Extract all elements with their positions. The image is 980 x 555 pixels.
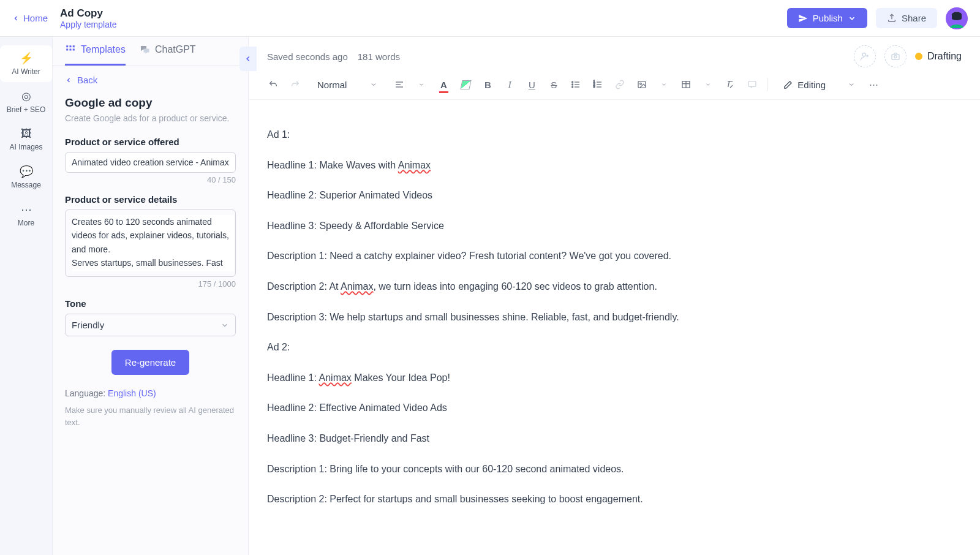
upload-icon [887,13,897,23]
doc-line[interactable]: Headline 1: Animax Makes Your Idea Pop! [267,370,806,386]
image-dropdown[interactable] [654,75,674,94]
share-label: Share [902,13,926,23]
clear-format-icon [725,80,735,89]
doc-line[interactable]: Ad 1: [267,127,806,143]
document-body[interactable]: Ad 1:Headline 1: Make Waves with AnimaxH… [249,100,980,555]
spellcheck-squiggle[interactable]: Animax [341,281,373,292]
doc-line[interactable]: Headline 1: Make Waves with Animax [267,157,806,173]
table-button[interactable] [676,75,696,94]
comment-button[interactable] [742,75,762,94]
rail-item-message[interactable]: 💬 Message [0,159,52,195]
language-link[interactable]: English (US) [108,388,156,398]
template-title: Google ad copy [65,96,236,110]
tab-templates[interactable]: Templates [65,44,126,66]
paragraph-style-select[interactable]: Normal [311,76,383,94]
rail-label: Brief + SEO [7,105,46,114]
undo-button[interactable] [263,75,283,94]
home-label: Home [23,13,48,23]
tab-label: ChatGPT [155,44,196,55]
chevron-down-icon [661,81,667,88]
main-layout: ⚡ AI Writer ◎ Brief + SEO 🖼 AI Images 💬 … [0,37,980,555]
add-collaborator-button[interactable] [854,45,876,67]
doc-line[interactable]: Description 1: Bring life to your concep… [267,461,806,477]
align-dropdown[interactable] [412,75,431,94]
style-label: Normal [317,80,347,90]
apply-template-link[interactable]: Apply template [60,20,117,29]
rail-item-ai-writer[interactable]: ⚡ AI Writer [0,45,52,82]
top-left: Home Ad Copy Apply template [12,7,117,29]
spellcheck-squiggle[interactable]: Animax [398,160,431,170]
send-icon [798,13,808,23]
undo-icon [268,80,278,89]
chevron-left-icon [244,55,252,63]
top-header: Home Ad Copy Apply template Publish Shar… [0,0,980,37]
regenerate-button[interactable]: Re-generate [111,350,189,375]
doc-line[interactable]: Ad 2: [267,339,806,355]
rail-item-more[interactable]: ⋯ More [0,197,52,233]
bullet-list-button[interactable] [566,75,586,94]
underline-button[interactable]: U [522,75,541,94]
chevron-left-icon [65,77,72,84]
editing-mode-select[interactable]: Editing [777,76,861,94]
editor-area: Saved seconds ago 181 words Drafting [249,37,980,555]
editor-toolbar: Normal A B I U S 123 Editing [249,70,980,100]
doc-line[interactable]: Headline 3: Speedy & Affordable Service [267,218,806,234]
svg-point-9 [862,53,865,56]
collapse-panel-button[interactable] [239,47,257,71]
presence-button[interactable] [884,45,907,67]
text-color-button[interactable]: A [434,75,453,94]
bold-button[interactable]: B [478,75,497,94]
numbered-list-button[interactable]: 123 [588,75,608,94]
doc-line[interactable]: Description 2: At Animax, we turn ideas … [267,279,806,295]
back-button[interactable]: Back [65,75,236,85]
product-label: Product or service offered [65,137,236,147]
svg-point-21 [572,86,573,88]
redo-button[interactable] [285,75,305,94]
publish-button[interactable]: Publish [787,8,867,28]
more-toolbar-button[interactable]: ⋯ [864,75,883,94]
template-body: Back Google ad copy Create Google ads fo… [53,66,248,437]
strikethrough-button[interactable]: S [544,75,564,94]
product-counter: 40 / 150 [65,175,236,184]
svg-point-13 [894,56,897,58]
chat-bubbles-icon [139,44,150,55]
doc-line[interactable]: Description 1: Need a catchy explainer v… [267,248,806,264]
doc-line[interactable]: Headline 3: Budget-Friendly and Fast [267,431,806,447]
doc-line[interactable]: Description 3: We help startups and smal… [267,309,806,325]
draft-status[interactable]: Drafting [915,51,962,62]
tone-select[interactable]: Friendly [65,314,236,336]
chevron-left-icon [12,15,20,22]
align-button[interactable] [390,75,409,94]
product-input[interactable] [65,152,236,173]
word-count: 181 words [358,51,400,62]
avatar-icon [946,7,968,29]
person-plus-icon [860,51,870,61]
doc-line[interactable]: Headline 2: Effective Animated Video Ads [267,400,806,416]
link-icon [615,80,625,89]
document-content[interactable]: Ad 1:Headline 1: Make Waves with AnimaxH… [267,127,806,507]
tone-select-wrap: Friendly [65,314,236,336]
table-dropdown[interactable] [698,75,718,94]
rail-item-ai-images[interactable]: 🖼 AI Images [0,121,52,157]
share-button[interactable]: Share [876,8,937,28]
left-rail: ⚡ AI Writer ◎ Brief + SEO 🖼 AI Images 💬 … [0,37,53,555]
italic-button[interactable]: I [500,75,519,94]
svg-point-17 [572,81,573,83]
home-button[interactable]: Home [12,13,48,23]
doc-line[interactable]: Headline 2: Superior Animated Videos [267,187,806,203]
svg-rect-6 [66,49,68,51]
rail-label: AI Images [9,143,42,151]
doc-title[interactable]: Ad Copy [60,7,117,20]
user-avatar[interactable] [946,7,968,29]
doc-line[interactable]: Description 2: Perfect for startups and … [267,491,806,507]
highlight-button[interactable] [456,75,475,94]
link-button[interactable] [610,75,630,94]
camera-icon [891,51,900,61]
image-button[interactable] [632,75,652,94]
spellcheck-squiggle[interactable]: Animax [319,372,352,383]
chevron-down-icon [848,81,855,88]
rail-item-brief-seo[interactable]: ◎ Brief + SEO [0,83,52,120]
tab-chatgpt[interactable]: ChatGPT [139,44,196,66]
details-textarea[interactable] [72,215,234,271]
clear-format-button[interactable] [720,75,740,94]
